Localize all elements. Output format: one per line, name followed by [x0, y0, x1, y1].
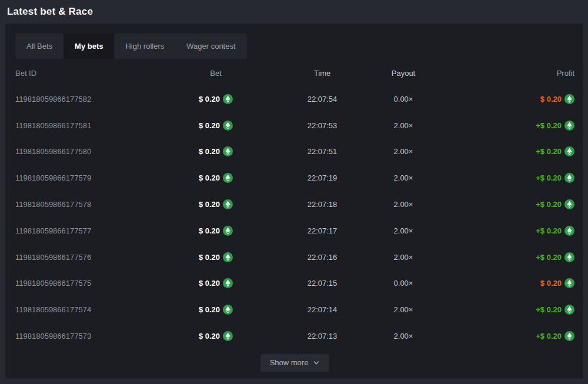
bet-amount-cell: $ 0.20: [161, 252, 270, 262]
payout-cell: 0.00×: [374, 95, 433, 103]
green-eth-coin-icon: [223, 305, 233, 315]
bet-amount-value: $ 0.20: [199, 332, 220, 340]
profit-cell: +$ 0.20: [433, 121, 574, 131]
green-eth-coin-icon: [564, 252, 574, 262]
column-header-bet: Bet: [161, 69, 270, 78]
green-eth-coin-icon: [223, 121, 233, 131]
bet-amount-value: $ 0.20: [199, 173, 220, 182]
green-eth-coin-icon: [223, 199, 233, 209]
green-eth-coin-icon: [223, 94, 233, 104]
profit-cell: $ 0.20: [433, 278, 574, 288]
show-more-container: Show more: [15, 354, 574, 372]
section-titlebar: Latest bet & Race: [0, 0, 588, 24]
payout-cell: 2.00×: [374, 305, 433, 314]
table-row: 119818059866177578$ 0.2022:07:182.00×+$ …: [15, 191, 574, 218]
time-cell: 22:07:18: [270, 200, 374, 209]
tab-wager-contest[interactable]: Wager contest: [175, 34, 246, 59]
time-cell: 22:07:15: [270, 279, 374, 288]
bet-amount-value: $ 0.20: [199, 200, 220, 209]
column-header-bet-id: Bet ID: [15, 69, 161, 78]
profit-value: +$ 0.20: [536, 200, 562, 209]
column-header-time: Time: [270, 69, 374, 78]
time-cell: 22:07:53: [270, 121, 374, 130]
bet-amount-cell: $ 0.20: [161, 278, 270, 288]
bet-amount-cell: $ 0.20: [161, 121, 270, 131]
green-eth-coin-icon: [564, 199, 574, 209]
tab-high-rollers[interactable]: High rollers: [114, 34, 175, 59]
time-cell: 22:07:16: [270, 253, 374, 262]
time-cell: 22:07:17: [270, 226, 374, 235]
bet-amount-value: $ 0.20: [199, 305, 220, 314]
bet-amount-cell: $ 0.20: [161, 226, 270, 236]
profit-cell: +$ 0.20: [433, 252, 574, 262]
table-row: 119818059866177577$ 0.2022:07:172.00×+$ …: [15, 218, 574, 244]
chevron-down-icon: [313, 359, 320, 366]
bet-amount-cell: $ 0.20: [161, 305, 270, 315]
table-row: 119818059866177579$ 0.2022:07:192.00×+$ …: [15, 165, 574, 191]
profit-value: +$ 0.20: [536, 305, 562, 314]
table-row: 119818059866177581$ 0.2022:07:532.00×+$ …: [15, 112, 574, 139]
payout-cell: 2.00×: [374, 226, 433, 235]
bet-amount-value: $ 0.20: [199, 253, 220, 262]
payout-cell: 2.00×: [374, 253, 433, 262]
bet-amount-value: $ 0.20: [199, 226, 220, 235]
payout-cell: 2.00×: [374, 147, 433, 156]
tab-my-bets[interactable]: My bets: [64, 34, 114, 59]
payout-cell: 2.00×: [374, 332, 433, 340]
table-row: 119818059866177574$ 0.2022:07:142.00×+$ …: [15, 296, 574, 323]
time-cell: 22:07:51: [270, 147, 374, 156]
green-eth-coin-icon: [564, 331, 574, 341]
payout-cell: 2.00×: [374, 173, 433, 182]
show-more-label: Show more: [270, 358, 309, 367]
green-eth-coin-icon: [564, 121, 574, 131]
green-eth-coin-icon: [564, 278, 574, 288]
green-eth-coin-icon: [223, 173, 233, 183]
profit-cell: +$ 0.20: [433, 146, 574, 156]
bet-amount-cell: $ 0.20: [161, 146, 270, 156]
column-header-payout: Payout: [374, 69, 433, 78]
payout-cell: 0.00×: [374, 279, 433, 288]
table-row: 119818059866177573$ 0.2022:07:132.00×+$ …: [15, 323, 574, 349]
tab-all-bets[interactable]: All Bets: [15, 34, 64, 59]
time-cell: 22:07:14: [270, 305, 374, 314]
bet-id-cell: 119818059866177579: [15, 173, 161, 182]
bet-amount-value: $ 0.20: [199, 95, 220, 103]
bets-tab-bar: All BetsMy betsHigh rollersWager contest: [15, 34, 247, 59]
show-more-button[interactable]: Show more: [260, 354, 330, 372]
bet-amount-value: $ 0.20: [199, 147, 220, 156]
profit-value: +$ 0.20: [536, 121, 562, 130]
profit-value: +$ 0.20: [536, 147, 562, 156]
profit-value: $ 0.20: [540, 279, 562, 288]
profit-value: +$ 0.20: [536, 253, 562, 262]
profit-cell: $ 0.20: [433, 94, 574, 104]
green-eth-coin-icon: [223, 146, 233, 156]
bet-id-cell: 119818059866177573: [15, 332, 161, 340]
table-header-row: Bet IDBetTimePayoutProfit: [15, 64, 574, 82]
bets-table-body: 119818059866177582$ 0.2022:07:540.00×$ 0…: [15, 86, 574, 349]
profit-value: +$ 0.20: [536, 173, 562, 182]
table-row: 119818059866177580$ 0.2022:07:512.00×+$ …: [15, 139, 574, 165]
bet-amount-value: $ 0.20: [199, 121, 220, 130]
profit-cell: +$ 0.20: [433, 305, 574, 315]
latest-bets-panel: All BetsMy betsHigh rollersWager contest…: [5, 24, 583, 379]
bet-id-cell: 119818059866177577: [15, 226, 161, 235]
profit-cell: +$ 0.20: [433, 199, 574, 209]
payout-cell: 2.00×: [374, 200, 433, 209]
time-cell: 22:07:19: [270, 173, 374, 182]
payout-cell: 2.00×: [374, 121, 433, 130]
bet-id-cell: 119818059866177576: [15, 253, 161, 262]
profit-value: +$ 0.20: [536, 226, 562, 235]
green-eth-coin-icon: [223, 226, 233, 236]
bet-amount-value: $ 0.20: [199, 279, 220, 288]
green-eth-coin-icon: [564, 305, 574, 315]
green-eth-coin-icon: [564, 226, 574, 236]
bet-id-cell: 119818059866177582: [15, 95, 161, 103]
profit-cell: +$ 0.20: [433, 226, 574, 236]
green-eth-coin-icon: [564, 146, 574, 156]
column-header-profit: Profit: [433, 69, 574, 78]
bet-id-cell: 119818059866177580: [15, 147, 161, 156]
table-row: 119818059866177576$ 0.2022:07:162.00×+$ …: [15, 244, 574, 271]
bet-id-cell: 119818059866177574: [15, 305, 161, 314]
bet-amount-cell: $ 0.20: [161, 331, 270, 341]
green-eth-coin-icon: [564, 94, 574, 104]
